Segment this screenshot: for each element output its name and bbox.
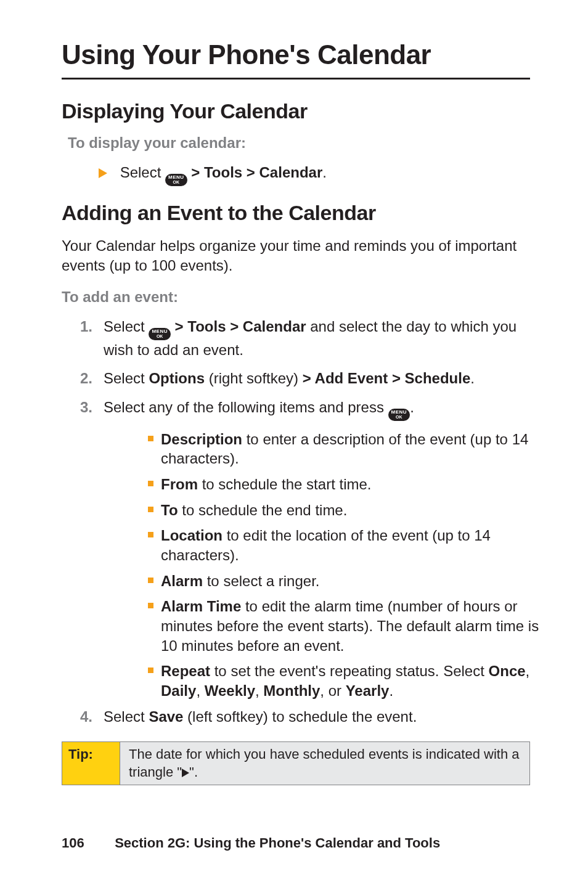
square-bullet-icon xyxy=(148,578,153,583)
icon-label-top: MENU xyxy=(168,175,184,180)
square-bullet-icon xyxy=(148,436,153,441)
text-bold: Description xyxy=(161,431,242,447)
opt-weekly: Weekly xyxy=(205,682,255,699)
step-body: Select MENU OK > Tools > Calendar and se… xyxy=(104,317,544,360)
step-number: 2. xyxy=(80,369,104,388)
step-number: 1. xyxy=(80,317,104,337)
bullet-alarm-time: Alarm Time to edit the alarm time (numbe… xyxy=(148,597,544,655)
title-rule xyxy=(62,78,530,80)
text-bold: Save xyxy=(149,708,183,725)
text: . xyxy=(389,682,393,699)
section-heading-display: Displaying Your Calendar xyxy=(62,99,544,123)
menu-ok-icon: MENU OK xyxy=(165,174,187,186)
icon-label-bottom: OK xyxy=(157,334,163,338)
text-bold: Location xyxy=(161,527,223,544)
tip-box: Tip: The date for which you have schedul… xyxy=(62,741,530,785)
text: (right softkey) xyxy=(205,370,303,386)
menu-ok-icon: MENU OK xyxy=(149,328,171,340)
step-2: 2. Select Options (right softkey) > Add … xyxy=(80,369,544,388)
bullet-body: Location to edit the location of the eve… xyxy=(161,526,544,565)
step-body: Select any of the following items and pr… xyxy=(104,398,544,421)
text: (left softkey) to schedule the event. xyxy=(183,708,417,725)
bullet-body: Repeat to set the event's repeating stat… xyxy=(161,661,544,700)
step-body: Select Save (left softkey) to schedule t… xyxy=(104,707,544,727)
step-number: 4. xyxy=(80,707,104,727)
text: . xyxy=(322,164,327,181)
square-bullet-icon xyxy=(148,603,153,608)
bullet-alarm: Alarm to select a ringer. xyxy=(148,571,544,591)
text: to schedule the start time. xyxy=(198,476,371,492)
bullet-to: To to schedule the end time. xyxy=(148,500,544,520)
bullet-repeat: Repeat to set the event's repeating stat… xyxy=(148,661,544,700)
instruction-add: To add an event: xyxy=(62,288,544,306)
bullet-description: Description to enter a description of th… xyxy=(148,430,544,468)
page-footer: 106 Section 2G: Using the Phone's Calend… xyxy=(62,835,440,851)
icon-label-bottom: OK xyxy=(173,180,180,184)
square-bullet-icon xyxy=(148,668,153,673)
tip-label: Tip: xyxy=(62,742,120,785)
instruction-display: To display your calendar: xyxy=(68,134,544,152)
page-title: Using Your Phone's Calendar xyxy=(62,39,544,70)
text: , xyxy=(196,682,204,699)
text: to select a ringer. xyxy=(203,573,319,589)
text: to set the event's repeating status. Sel… xyxy=(210,663,489,679)
tip-text: The date for which you have scheduled ev… xyxy=(120,742,529,785)
text: Select xyxy=(104,708,149,725)
text: , or xyxy=(320,682,345,699)
text-bold: Options xyxy=(149,370,205,386)
bullet-body: From to schedule the start time. xyxy=(161,475,544,494)
bullet-body: Description to enter a description of th… xyxy=(161,430,544,468)
bullet-location: Location to edit the location of the eve… xyxy=(148,526,544,565)
bullet-from: From to schedule the start time. xyxy=(148,475,544,494)
step-3: 3. Select any of the following items and… xyxy=(80,398,544,421)
text: , xyxy=(526,663,530,679)
bullet-body: Alarm to select a ringer. xyxy=(161,571,544,591)
footer-section: Section 2G: Using the Phone's Calendar a… xyxy=(115,835,440,851)
text: , xyxy=(255,682,263,699)
step-1: 1. Select MENU OK > Tools > Calendar and… xyxy=(80,317,544,360)
text: ". xyxy=(189,764,198,780)
manual-page: Using Your Phone's Calendar Displaying Y… xyxy=(0,0,588,882)
opt-monthly: Monthly xyxy=(263,682,320,699)
section-heading-add: Adding an Event to the Calendar xyxy=(62,201,544,225)
icon-label-top: MENU xyxy=(391,410,407,415)
square-bullet-icon xyxy=(148,481,153,486)
square-bullet-icon xyxy=(148,532,153,537)
step-body: Select Options (right softkey) > Add Eve… xyxy=(104,369,544,388)
text-bold: From xyxy=(161,476,198,492)
text-bold: Alarm Time xyxy=(161,598,241,615)
text: Select xyxy=(104,370,149,386)
text-bold: > Tools > Calendar xyxy=(191,164,322,181)
opt-yearly: Yearly xyxy=(346,682,390,699)
step-display-select: Select MENU OK > Tools > Calendar. xyxy=(99,163,544,186)
text: . xyxy=(470,370,475,386)
text: Select xyxy=(120,164,165,181)
text-bold: > Tools > Calendar xyxy=(175,318,306,335)
opt-once: Once xyxy=(489,663,526,679)
text-bold: Alarm xyxy=(161,573,203,589)
opt-daily: Daily xyxy=(161,682,196,699)
bullet-body: To to schedule the end time. xyxy=(161,500,544,520)
page-number: 106 xyxy=(62,835,111,851)
bullet-body: Alarm Time to edit the alarm time (numbe… xyxy=(161,597,544,655)
menu-ok-icon: MENU OK xyxy=(388,409,410,421)
icon-label-top: MENU xyxy=(152,329,168,334)
text: Select any of the following items and pr… xyxy=(104,399,388,415)
text: . xyxy=(410,399,414,415)
step-4: 4. Select Save (left softkey) to schedul… xyxy=(80,707,544,727)
intro-add: Your Calendar helps organize your time a… xyxy=(62,236,544,276)
text-bold: Repeat xyxy=(161,663,210,679)
triangle-icon xyxy=(182,769,189,777)
play-icon xyxy=(99,168,107,178)
icon-label-bottom: OK xyxy=(396,415,402,419)
text: Select xyxy=(104,318,149,335)
text-bold: > Add Event > Schedule xyxy=(303,370,471,386)
text: to schedule the end time. xyxy=(178,502,348,518)
text-bold: To xyxy=(161,502,178,518)
square-bullet-icon xyxy=(148,507,153,512)
step-number: 3. xyxy=(80,398,104,417)
